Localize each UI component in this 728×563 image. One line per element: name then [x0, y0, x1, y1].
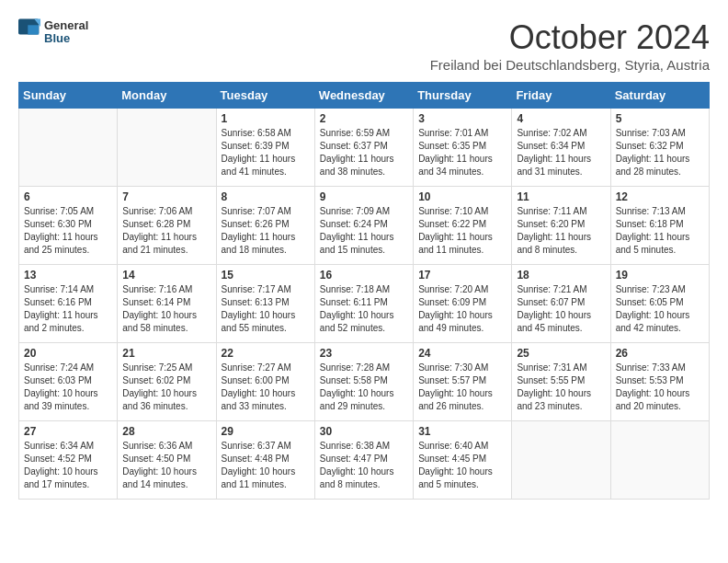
day-info: Sunrise: 7:18 AM Sunset: 6:11 PM Dayligh…	[320, 283, 408, 335]
day-info: Sunrise: 7:31 AM Sunset: 5:55 PM Dayligh…	[517, 362, 605, 413]
day-number: 12	[616, 190, 704, 203]
day-number: 16	[320, 269, 408, 282]
weekday-header-row: SundayMondayTuesdayWednesdayThursdayFrid…	[19, 83, 710, 109]
week-row-3: 13Sunrise: 7:14 AM Sunset: 6:16 PM Dayli…	[19, 265, 710, 343]
day-number: 21	[122, 347, 210, 360]
day-number: 6	[24, 190, 112, 203]
calendar-cell: 12Sunrise: 7:13 AM Sunset: 6:18 PM Dayli…	[610, 187, 709, 265]
day-info: Sunrise: 7:09 AM Sunset: 6:24 PM Dayligh…	[320, 205, 408, 257]
logo-icon	[18, 18, 40, 46]
calendar-cell: 23Sunrise: 7:28 AM Sunset: 5:58 PM Dayli…	[314, 343, 413, 421]
calendar-cell: 7Sunrise: 7:06 AM Sunset: 6:28 PM Daylig…	[118, 187, 216, 265]
day-info: Sunrise: 6:36 AM Sunset: 4:50 PM Dayligh…	[122, 440, 210, 491]
day-number: 11	[517, 190, 605, 203]
logo: General Blue	[18, 18, 88, 46]
day-number: 15	[222, 269, 310, 282]
day-info: Sunrise: 6:34 AM Sunset: 4:52 PM Dayligh…	[24, 440, 112, 491]
calendar-cell: 15Sunrise: 7:17 AM Sunset: 6:13 PM Dayli…	[216, 265, 314, 343]
weekday-header-saturday: Saturday	[610, 83, 709, 109]
day-info: Sunrise: 6:59 AM Sunset: 6:37 PM Dayligh…	[320, 127, 408, 178]
logo-general-text: General	[44, 19, 88, 32]
calendar-cell: 9Sunrise: 7:09 AM Sunset: 6:24 PM Daylig…	[314, 187, 413, 265]
calendar-cell	[118, 109, 216, 187]
week-row-2: 6Sunrise: 7:05 AM Sunset: 6:30 PM Daylig…	[19, 187, 710, 265]
day-info: Sunrise: 7:10 AM Sunset: 6:22 PM Dayligh…	[418, 205, 506, 257]
calendar-cell: 19Sunrise: 7:23 AM Sunset: 6:05 PM Dayli…	[610, 265, 709, 343]
logo-text: General Blue	[44, 19, 88, 46]
calendar-cell: 8Sunrise: 7:07 AM Sunset: 6:26 PM Daylig…	[216, 187, 314, 265]
calendar-cell: 29Sunrise: 6:37 AM Sunset: 4:48 PM Dayli…	[216, 421, 314, 500]
calendar-cell: 17Sunrise: 7:20 AM Sunset: 6:09 PM Dayli…	[414, 265, 512, 343]
calendar-cell: 26Sunrise: 7:33 AM Sunset: 5:53 PM Dayli…	[610, 343, 709, 421]
day-number: 8	[222, 190, 310, 203]
calendar-cell	[19, 109, 118, 187]
calendar-cell: 24Sunrise: 7:30 AM Sunset: 5:57 PM Dayli…	[414, 343, 512, 421]
calendar-cell: 4Sunrise: 7:02 AM Sunset: 6:34 PM Daylig…	[512, 109, 610, 187]
calendar-cell: 11Sunrise: 7:11 AM Sunset: 6:20 PM Dayli…	[512, 187, 610, 265]
day-number: 1	[222, 112, 310, 125]
calendar-cell: 16Sunrise: 7:18 AM Sunset: 6:11 PM Dayli…	[314, 265, 413, 343]
day-info: Sunrise: 7:01 AM Sunset: 6:35 PM Dayligh…	[418, 127, 506, 178]
weekday-header-sunday: Sunday	[19, 83, 118, 109]
calendar-cell: 30Sunrise: 6:38 AM Sunset: 4:47 PM Dayli…	[314, 421, 413, 500]
day-info: Sunrise: 7:21 AM Sunset: 6:07 PM Dayligh…	[517, 283, 605, 335]
day-info: Sunrise: 6:37 AM Sunset: 4:48 PM Dayligh…	[222, 440, 310, 491]
day-number: 5	[616, 112, 704, 125]
calendar-cell: 22Sunrise: 7:27 AM Sunset: 6:00 PM Dayli…	[216, 343, 314, 421]
day-info: Sunrise: 7:28 AM Sunset: 5:58 PM Dayligh…	[320, 362, 408, 413]
weekday-header-monday: Monday	[118, 83, 216, 109]
day-number: 28	[122, 425, 210, 438]
calendar-cell: 31Sunrise: 6:40 AM Sunset: 4:45 PM Dayli…	[414, 421, 512, 500]
weekday-header-thursday: Thursday	[414, 83, 512, 109]
week-row-4: 20Sunrise: 7:24 AM Sunset: 6:03 PM Dayli…	[19, 343, 710, 421]
day-number: 27	[24, 425, 112, 438]
week-row-5: 27Sunrise: 6:34 AM Sunset: 4:52 PM Dayli…	[19, 421, 710, 500]
calendar-cell: 6Sunrise: 7:05 AM Sunset: 6:30 PM Daylig…	[19, 187, 118, 265]
header-area: General Blue October 2024 Freiland bei D…	[18, 18, 710, 73]
day-info: Sunrise: 7:13 AM Sunset: 6:18 PM Dayligh…	[616, 205, 704, 257]
day-info: Sunrise: 7:14 AM Sunset: 6:16 PM Dayligh…	[24, 283, 112, 335]
day-number: 26	[616, 347, 704, 360]
svg-marker-1	[28, 25, 39, 34]
day-info: Sunrise: 7:30 AM Sunset: 5:57 PM Dayligh…	[418, 362, 506, 413]
day-info: Sunrise: 7:17 AM Sunset: 6:13 PM Dayligh…	[222, 283, 310, 335]
day-info: Sunrise: 7:23 AM Sunset: 6:05 PM Dayligh…	[616, 283, 704, 335]
week-row-1: 1Sunrise: 6:58 AM Sunset: 6:39 PM Daylig…	[19, 109, 710, 187]
day-number: 7	[122, 190, 210, 203]
calendar-cell: 27Sunrise: 6:34 AM Sunset: 4:52 PM Dayli…	[19, 421, 118, 500]
day-info: Sunrise: 6:40 AM Sunset: 4:45 PM Dayligh…	[418, 440, 506, 491]
title-area: October 2024 Freiland bei Deutschlandsbe…	[430, 18, 710, 73]
day-number: 17	[418, 269, 506, 282]
day-number: 24	[418, 347, 506, 360]
day-number: 18	[517, 269, 605, 282]
day-info: Sunrise: 7:03 AM Sunset: 6:32 PM Dayligh…	[616, 127, 704, 178]
day-number: 23	[320, 347, 408, 360]
day-info: Sunrise: 7:05 AM Sunset: 6:30 PM Dayligh…	[24, 205, 112, 257]
weekday-header-wednesday: Wednesday	[314, 83, 413, 109]
day-number: 2	[320, 112, 408, 125]
calendar-cell: 5Sunrise: 7:03 AM Sunset: 6:32 PM Daylig…	[610, 109, 709, 187]
day-number: 31	[418, 425, 506, 438]
weekday-header-tuesday: Tuesday	[216, 83, 314, 109]
day-info: Sunrise: 7:27 AM Sunset: 6:00 PM Dayligh…	[222, 362, 310, 413]
day-info: Sunrise: 6:58 AM Sunset: 6:39 PM Dayligh…	[222, 127, 310, 178]
day-info: Sunrise: 7:02 AM Sunset: 6:34 PM Dayligh…	[517, 127, 605, 178]
day-number: 13	[24, 269, 112, 282]
day-info: Sunrise: 7:24 AM Sunset: 6:03 PM Dayligh…	[24, 362, 112, 413]
calendar-cell: 2Sunrise: 6:59 AM Sunset: 6:37 PM Daylig…	[314, 109, 413, 187]
logo-blue-text: Blue	[44, 32, 88, 45]
month-title: October 2024	[430, 18, 710, 57]
day-number: 10	[418, 190, 506, 203]
day-info: Sunrise: 7:20 AM Sunset: 6:09 PM Dayligh…	[418, 283, 506, 335]
day-info: Sunrise: 7:07 AM Sunset: 6:26 PM Dayligh…	[222, 205, 310, 257]
day-number: 3	[418, 112, 506, 125]
day-info: Sunrise: 7:06 AM Sunset: 6:28 PM Dayligh…	[122, 205, 210, 257]
subtitle: Freiland bei Deutschlandsberg, Styria, A…	[430, 57, 710, 73]
calendar-cell: 21Sunrise: 7:25 AM Sunset: 6:02 PM Dayli…	[118, 343, 216, 421]
calendar-table: SundayMondayTuesdayWednesdayThursdayFrid…	[18, 82, 710, 500]
calendar-cell: 3Sunrise: 7:01 AM Sunset: 6:35 PM Daylig…	[414, 109, 512, 187]
calendar-cell: 14Sunrise: 7:16 AM Sunset: 6:14 PM Dayli…	[118, 265, 216, 343]
calendar-cell: 1Sunrise: 6:58 AM Sunset: 6:39 PM Daylig…	[216, 109, 314, 187]
day-number: 29	[222, 425, 310, 438]
calendar-cell: 18Sunrise: 7:21 AM Sunset: 6:07 PM Dayli…	[512, 265, 610, 343]
